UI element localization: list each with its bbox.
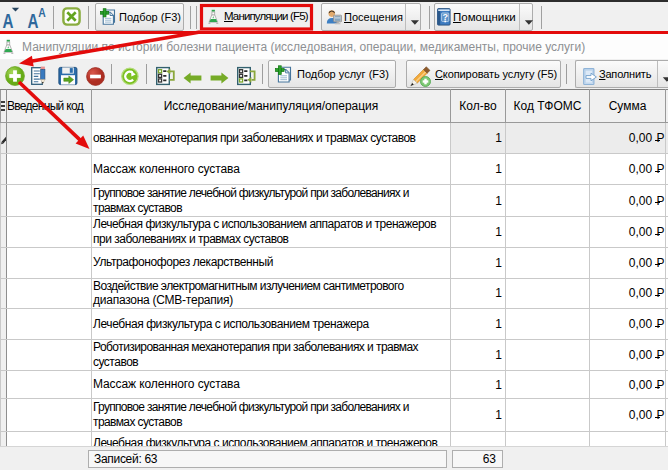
- svg-text:A: A: [28, 9, 39, 29]
- svg-text:A: A: [3, 9, 14, 29]
- svg-text:A: A: [38, 5, 46, 20]
- svg-text:?: ?: [442, 12, 448, 22]
